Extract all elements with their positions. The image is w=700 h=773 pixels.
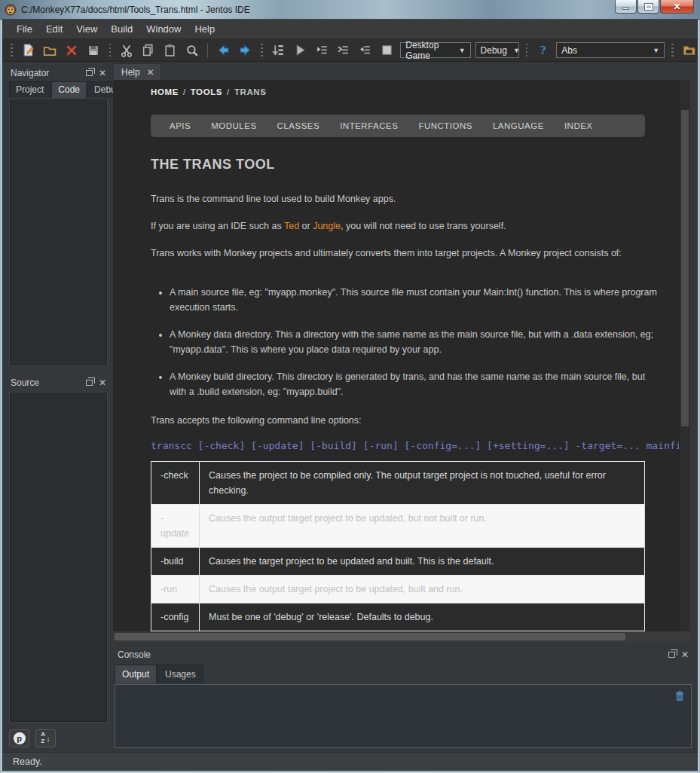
- navigator-tree[interactable]: [10, 99, 107, 365]
- toggle-private-button[interactable]: p: [9, 729, 29, 747]
- paragraph-2: If you are using an IDE such as Ted or J…: [151, 218, 678, 234]
- nav-index[interactable]: INDEX: [564, 121, 593, 130]
- table-row: -config Must be one of 'debug' or 'relea…: [151, 603, 645, 631]
- play-icon: [294, 44, 307, 57]
- horizontal-scrollbar-thumb[interactable]: [115, 633, 625, 640]
- paste-button[interactable]: [161, 41, 179, 60]
- menu-edit[interactable]: Edit: [39, 20, 69, 38]
- source-header[interactable]: Source ✕: [6, 374, 111, 390]
- close-panel-icon[interactable]: ✕: [99, 69, 106, 78]
- option-cell: -build: [151, 548, 200, 576]
- menu-build[interactable]: Build: [104, 20, 139, 38]
- open-folder-icon: [43, 44, 57, 57]
- ted-link[interactable]: Ted: [284, 221, 299, 231]
- breadcrumb-tools[interactable]: TOOLS: [191, 87, 222, 96]
- tab-output[interactable]: Output: [115, 665, 157, 683]
- console-tabs: Output Usages: [115, 665, 204, 683]
- breadcrumb-trans[interactable]: TRANS: [234, 87, 267, 96]
- close-button[interactable]: ✕: [660, 0, 694, 14]
- nav-language[interactable]: LANGUAGE: [493, 121, 544, 130]
- close-panel-icon[interactable]: ✕: [681, 650, 689, 659]
- menu-bar: File Edit View Build Window Help: [2, 20, 698, 39]
- menu-window[interactable]: Window: [139, 20, 188, 38]
- tab-usages[interactable]: Usages: [157, 665, 203, 683]
- navigate-back-button[interactable]: [215, 41, 232, 60]
- title-bar[interactable]: C:/MonkeyX77a/docs/html/Tools_Trans.html…: [0, 0, 700, 20]
- toolbar-grip[interactable]: [526, 44, 528, 57]
- run-button[interactable]: [292, 41, 309, 60]
- new-file-button[interactable]: [20, 41, 37, 60]
- open-project-button[interactable]: [680, 41, 698, 60]
- target-dropdown[interactable]: Desktop Game ▼: [400, 42, 470, 58]
- sort-alpha-button[interactable]: AZ↓: [35, 729, 56, 747]
- console-header[interactable]: Console ✕: [113, 646, 693, 662]
- float-panel-icon[interactable]: [668, 652, 675, 658]
- maximize-button[interactable]: [637, 0, 659, 14]
- navigator-panel: Navigator ✕ Project Code Debug: [6, 65, 111, 369]
- search-symbol-dropdown[interactable]: Abs ▼: [556, 42, 665, 58]
- float-panel-icon[interactable]: [86, 70, 93, 76]
- step-out-button[interactable]: [356, 41, 374, 60]
- paste-icon: [164, 44, 176, 57]
- status-text: Ready.: [13, 756, 42, 767]
- window-border: [0, 20, 2, 773]
- horizontal-scrollbar[interactable]: [113, 631, 690, 642]
- jungle-link[interactable]: Jungle: [313, 221, 341, 231]
- nav-functions[interactable]: FUNCTIONS: [418, 121, 472, 130]
- open-file-button[interactable]: [41, 41, 59, 60]
- copy-button[interactable]: [139, 41, 157, 60]
- copy-icon: [142, 44, 154, 57]
- nav-apis[interactable]: APIS: [170, 121, 191, 130]
- menu-view[interactable]: View: [69, 20, 104, 38]
- find-button[interactable]: [183, 41, 200, 60]
- minimize-button[interactable]: [615, 0, 637, 14]
- menu-help[interactable]: Help: [188, 20, 222, 38]
- toolbar-grip[interactable]: [11, 44, 13, 57]
- private-p-icon: p: [14, 732, 26, 744]
- save-file-button[interactable]: [85, 41, 102, 60]
- navigator-header[interactable]: Navigator ✕: [6, 65, 111, 81]
- sort-lines-button[interactable]: [270, 41, 287, 60]
- stop-button[interactable]: [378, 41, 396, 60]
- forward-arrow-icon: [239, 44, 252, 57]
- tab-project[interactable]: Project: [9, 81, 50, 98]
- option-cell: -run: [151, 576, 200, 603]
- nav-interfaces[interactable]: INTERFACES: [340, 121, 398, 130]
- paragraph-2-text: or: [299, 221, 313, 231]
- step-into-button[interactable]: [313, 41, 331, 60]
- menu-file[interactable]: File: [10, 20, 39, 38]
- console-output-area[interactable]: [115, 684, 692, 748]
- nav-classes[interactable]: CLASSES: [277, 121, 320, 130]
- vertical-scrollbar-thumb[interactable]: [681, 110, 689, 426]
- navigate-forward-button[interactable]: [237, 41, 254, 60]
- step-over-button[interactable]: [335, 41, 353, 60]
- vertical-scrollbar[interactable]: [679, 80, 690, 631]
- breadcrumb-home[interactable]: HOME: [151, 87, 179, 96]
- trash-icon: [674, 690, 686, 702]
- console-title: Console: [118, 649, 151, 660]
- nav-modules[interactable]: MODULES: [211, 121, 256, 130]
- target-dropdown-value: Desktop Game: [405, 40, 452, 61]
- list-item: A Monkey build directory. This directory…: [170, 369, 661, 399]
- sort-az-icon: AZ↓: [41, 732, 50, 745]
- cut-button[interactable]: [118, 41, 135, 60]
- tab-help[interactable]: Help ✕: [113, 63, 161, 80]
- close-file-button[interactable]: [63, 41, 81, 60]
- float-panel-icon[interactable]: [86, 380, 93, 386]
- clear-console-button[interactable]: [672, 689, 687, 704]
- table-row: -build Causes the target project to be u…: [151, 548, 645, 576]
- toolbar-grip[interactable]: [261, 44, 263, 57]
- source-list[interactable]: [10, 393, 107, 722]
- app-window: C:/MonkeyX77a/docs/html/Tools_Trans.html…: [0, 0, 700, 773]
- help-button[interactable]: ?: [534, 41, 552, 60]
- config-dropdown[interactable]: Debug ▼: [475, 42, 519, 58]
- breadcrumb-separator: /: [222, 87, 234, 96]
- help-document: HOME/TOOLS/TRANS APIS MODULES CLASSES IN…: [113, 80, 690, 631]
- tab-code[interactable]: Code: [51, 81, 87, 98]
- maximize-icon: [645, 4, 653, 10]
- toolbar-grip[interactable]: [671, 44, 674, 57]
- options-table: -check Causes the project to be compiled…: [151, 461, 645, 631]
- close-panel-icon[interactable]: ✕: [99, 378, 106, 387]
- toolbar-grip[interactable]: [109, 44, 112, 57]
- tab-close-icon[interactable]: ✕: [147, 68, 154, 77]
